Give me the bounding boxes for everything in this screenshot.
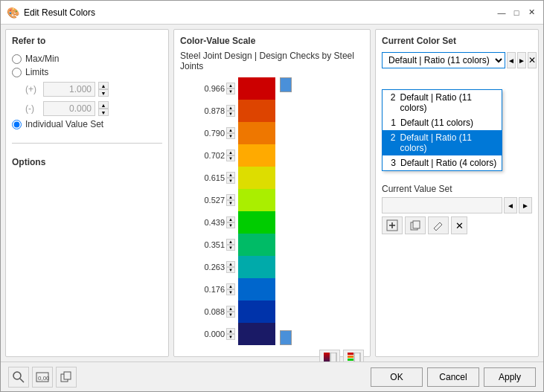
next-value-btn[interactable]: ► [519, 197, 532, 213]
prev-color-set-btn[interactable]: ◄ [507, 52, 516, 68]
plus-spin-up[interactable]: ▲ [98, 82, 109, 89]
color-bar-7 [238, 234, 275, 256]
minus-spin-up[interactable]: ▲ [98, 101, 109, 109]
scale-spin-down-0[interactable]: ▼ [226, 89, 235, 94]
color-bar-3 [238, 144, 275, 167]
scrollbar-bottom-btn[interactable] [280, 330, 292, 345]
scale-spin-up-7[interactable]: ▲ [226, 239, 235, 245]
separator [12, 143, 162, 144]
svg-rect-11 [413, 221, 420, 228]
scale-spin-down-8[interactable]: ▼ [226, 267, 235, 273]
color-bar-2 [238, 122, 275, 144]
current-value-title: Current Value Set [382, 184, 532, 194]
plus-value-input[interactable] [43, 82, 95, 97]
prev-value-btn[interactable]: ◄ [504, 197, 517, 213]
edit-action-btn[interactable] [428, 216, 449, 234]
copy-footer-btn[interactable] [56, 367, 77, 388]
current-color-title: Current Color Set [382, 36, 532, 46]
scale-spin-up-2[interactable]: ▲ [226, 127, 235, 133]
minimize-button[interactable]: — [496, 7, 508, 19]
scale-spinner-9: ▲▼ [226, 283, 235, 295]
scale-spin-up-3[interactable]: ▲ [226, 150, 235, 155]
search-footer-btn[interactable] [8, 367, 29, 388]
close-button[interactable]: ✕ [525, 7, 537, 19]
plus-label: (+) [25, 84, 40, 94]
dropdown-label-3: Default | Ratio (4 colors) [400, 158, 496, 168]
scale-spin-up-5[interactable]: ▲ [226, 194, 235, 200]
color-bar-4 [238, 167, 275, 189]
dropdown-item-0[interactable]: 2 Default | Ratio (11 colors) [383, 90, 502, 115]
maximize-button[interactable]: □ [511, 7, 522, 19]
scale-value-2: 0.790 [195, 129, 225, 138]
radio-limits: Limits [12, 67, 162, 77]
delete-action-btn[interactable]: ✕ [451, 216, 467, 234]
minus-value-input[interactable] [43, 101, 95, 116]
svg-rect-3 [348, 356, 353, 358]
scale-spin-down-7[interactable]: ▼ [226, 245, 235, 251]
plus-spinner-row: (+) ▲ ▼ [25, 82, 162, 97]
color-bars [238, 77, 275, 345]
scale-spin-down-10[interactable]: ▼ [226, 312, 235, 318]
scale-value-0: 0.966 [195, 84, 225, 93]
scale-spin-up-0[interactable]: ▲ [226, 83, 235, 89]
radio-maxmin-input[interactable] [12, 54, 22, 64]
scale-spin-down-1[interactable]: ▼ [226, 111, 235, 117]
scale-row-9: 0.176▲▼ [195, 278, 237, 301]
scale-row-7: 0.351▲▼ [195, 234, 237, 256]
options-section: Options [12, 157, 162, 172]
apply-button[interactable]: Apply [484, 367, 536, 387]
svg-line-14 [20, 379, 24, 382]
scale-spin-down-3[interactable]: ▼ [226, 155, 235, 161]
minus-spin-down[interactable]: ▼ [98, 109, 109, 116]
dropdown-item-1[interactable]: 1 Default (11 colors) [383, 115, 502, 130]
radio-individual-input[interactable] [12, 120, 22, 129]
svg-text:0,00: 0,00 [38, 375, 49, 382]
dropdown-num-2: 2 [387, 132, 396, 153]
scale-spin-up-11[interactable]: ▲ [226, 328, 235, 334]
radio-limits-input[interactable] [12, 68, 22, 77]
scale-value-9: 0.176 [195, 285, 225, 294]
scale-row-5: 0.527▲▼ [195, 189, 237, 211]
dropdown-item-2[interactable]: 2 Default | Ratio (11 colors) [383, 130, 502, 155]
color-set-select[interactable]: Default | Ratio (11 colors) [382, 52, 505, 68]
cancel-button[interactable]: Cancel [427, 367, 479, 387]
scale-value-3: 0.702 [195, 151, 225, 160]
scale-spin-down-4[interactable]: ▼ [226, 178, 235, 184]
plus-spin-down[interactable]: ▼ [98, 89, 109, 97]
current-value-row: ◄ ► [382, 197, 532, 213]
color-bar-10 [238, 301, 275, 323]
add-action-btn[interactable] [382, 216, 403, 234]
scale-spin-down-11[interactable]: ▼ [226, 334, 235, 340]
scale-area: 0.966▲▼0.878▲▼0.790▲▼0.702▲▼0.615▲▼0.527… [180, 77, 364, 345]
scale-spin-up-9[interactable]: ▲ [226, 283, 235, 289]
scale-value-11: 0.000 [195, 330, 225, 338]
scale-spin-down-6[interactable]: ▼ [226, 222, 235, 228]
next-color-set-btn[interactable]: ► [517, 52, 526, 68]
scale-spinner-2: ▲▼ [226, 127, 235, 139]
scale-spin-up-10[interactable]: ▲ [226, 306, 235, 312]
svg-rect-1 [330, 353, 336, 362]
color-bar-0 [238, 77, 275, 100]
scale-spin-up-6[interactable]: ▲ [226, 216, 235, 222]
scrollbar-top-btn[interactable] [280, 77, 292, 92]
dropdown-item-3[interactable]: 3 Default | Ratio (4 colors) [383, 155, 502, 170]
value-footer-btn[interactable]: 0,00 [32, 367, 53, 388]
ok-button[interactable]: OK [371, 367, 423, 387]
color-bar-9 [238, 278, 275, 301]
scale-spin-down-5[interactable]: ▼ [226, 200, 235, 206]
scale-spin-down-2[interactable]: ▼ [226, 133, 235, 139]
gradient-icon-btn[interactable] [319, 350, 340, 362]
bars-icon-btn[interactable] [343, 350, 364, 362]
scale-spinner-4: ▲▼ [226, 172, 235, 184]
scale-spin-up-1[interactable]: ▲ [226, 105, 235, 111]
svg-rect-4 [348, 359, 353, 361]
scale-row-3: 0.702▲▼ [195, 144, 237, 167]
scale-spin-up-4[interactable]: ▲ [226, 172, 235, 178]
delete-color-set-btn[interactable]: ✕ [528, 52, 537, 68]
scale-spin-down-9[interactable]: ▼ [226, 289, 235, 295]
dropdown-label-1: Default (11 colors) [400, 118, 473, 128]
current-value-input[interactable] [382, 197, 502, 213]
scale-row-0: 0.966▲▼ [195, 77, 237, 100]
copy-action-btn[interactable] [405, 216, 426, 234]
scale-spin-up-8[interactable]: ▲ [226, 261, 235, 267]
